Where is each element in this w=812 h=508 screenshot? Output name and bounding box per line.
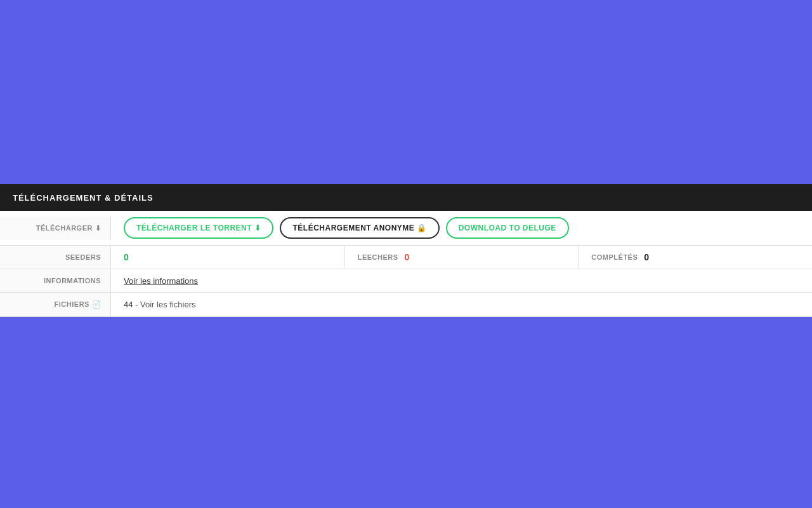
torrent-download-icon: ⬇: [254, 224, 261, 232]
panel-header: TÉLÉCHARGEMENT & DÉTAILS: [0, 184, 812, 211]
stats-row: SEEDERS 0 LEECHERS 0 COMPLÉTÉS 0: [0, 246, 812, 269]
seeders-value-cell: 0: [111, 246, 345, 269]
stats-values-area: 0 LEECHERS 0 COMPLÉTÉS 0: [111, 246, 812, 269]
leechers-cell: LEECHERS 0: [345, 246, 579, 269]
seeders-label-cell: SEEDERS: [0, 246, 111, 269]
panel-title: TÉLÉCHARGEMENT & DÉTAILS: [13, 193, 154, 203]
download-icon: ⬇: [95, 224, 102, 232]
informations-value: Voir les informations: [111, 270, 812, 292]
blue-bottom-background: [0, 317, 812, 501]
panel-content: TÉLÉCHARGER ⬇ TÉLÉCHARGER LE TORRENT ⬇ T…: [0, 211, 812, 317]
informations-label: INFORMATIONS: [0, 269, 111, 292]
informations-row: INFORMATIONS Voir les informations: [0, 269, 812, 293]
seeders-value: 0: [124, 252, 129, 262]
telecharger-label: TÉLÉCHARGER ⬇: [0, 217, 111, 240]
blue-top-background: [0, 0, 812, 184]
completes-value: 0: [644, 252, 649, 262]
fichiers-icon: 📄: [92, 300, 102, 308]
download-deluge-button[interactable]: DOWNLOAD TO DELUGE: [446, 217, 569, 239]
buttons-container: TÉLÉCHARGER LE TORRENT ⬇ TÉLÉCHARGEMENT …: [111, 211, 582, 245]
informations-link[interactable]: Voir les informations: [124, 276, 198, 286]
download-torrent-button[interactable]: TÉLÉCHARGER LE TORRENT ⬇: [124, 217, 273, 239]
completes-cell: COMPLÉTÉS 0: [579, 246, 812, 269]
fichiers-label: FICHIERS 📄: [0, 293, 111, 316]
leechers-label: LEECHERS: [358, 253, 398, 261]
anon-download-button[interactable]: TÉLÉCHARGEMENT ANONYME 🔒: [280, 217, 439, 239]
fichiers-link[interactable]: Voir les fichiers: [140, 300, 195, 309]
leechers-value: 0: [405, 252, 410, 262]
completes-label: COMPLÉTÉS: [591, 253, 638, 261]
fichiers-count: 44: [124, 300, 133, 309]
fichiers-separator: -: [135, 300, 140, 309]
lock-icon: 🔒: [417, 224, 427, 232]
fichiers-row: FICHIERS 📄 44 - Voir les fichiers: [0, 293, 812, 317]
fichiers-value: 44 - Voir les fichiers: [111, 293, 812, 316]
download-row: TÉLÉCHARGER ⬇ TÉLÉCHARGER LE TORRENT ⬇ T…: [0, 211, 812, 246]
